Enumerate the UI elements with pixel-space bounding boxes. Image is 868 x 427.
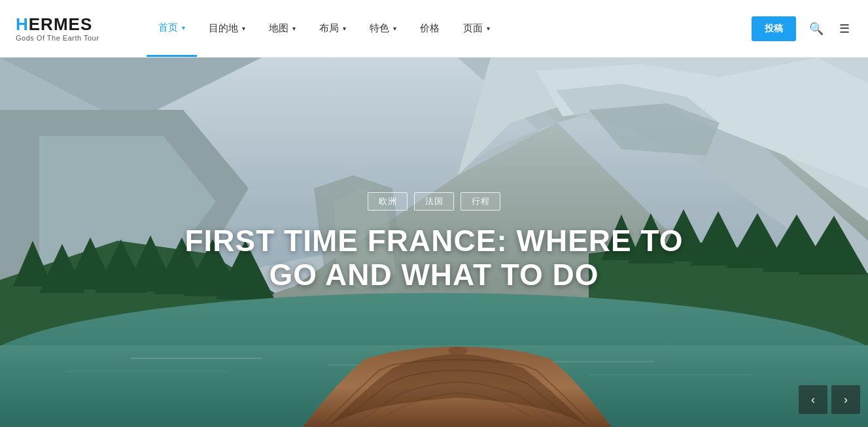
chevron-down-icon: ▾ bbox=[487, 25, 490, 32]
nav-item-price[interactable]: 价格 bbox=[408, 0, 451, 57]
search-button[interactable]: 🔍 bbox=[807, 19, 826, 39]
submit-button[interactable]: 投稿 bbox=[752, 16, 796, 41]
chevron-down-icon: ▾ bbox=[292, 25, 296, 32]
nav-item-pages[interactable]: 页面 ▾ bbox=[451, 0, 502, 57]
hero-title: FIRST TIME FRANCE: WHERE TO GO AND WHAT … bbox=[173, 224, 696, 293]
logo[interactable]: HERMES Gods Of The Earth Tour bbox=[16, 15, 147, 42]
header-actions: 投稿 🔍 ☰ bbox=[752, 16, 852, 41]
logo-rest: ERMES bbox=[29, 14, 92, 34]
chevron-left-icon: ‹ bbox=[811, 393, 815, 407]
hero-tags: 欧洲 法国 行程 bbox=[173, 192, 696, 211]
menu-button[interactable]: ☰ bbox=[837, 19, 852, 39]
nav-item-layout[interactable]: 布局 ▾ bbox=[307, 0, 358, 57]
chevron-down-icon: ▾ bbox=[343, 25, 346, 32]
hero-tag-france[interactable]: 法国 bbox=[414, 192, 454, 211]
chevron-down-icon: ▾ bbox=[242, 25, 245, 32]
chevron-right-icon: › bbox=[844, 393, 848, 407]
nav-item-home[interactable]: 首页 ▾ bbox=[147, 0, 197, 57]
hero-section: 欧洲 法国 行程 FIRST TIME FRANCE: WHERE TO GO … bbox=[0, 58, 868, 427]
svg-point-38 bbox=[448, 347, 468, 354]
logo-title: HERMES bbox=[16, 15, 147, 34]
main-nav: 首页 ▾ 目的地 ▾ 地图 ▾ 布局 ▾ 特色 ▾ 价格 页面 ▾ bbox=[147, 0, 752, 57]
header: HERMES Gods Of The Earth Tour 首页 ▾ 目的地 ▾… bbox=[0, 0, 868, 58]
hero-prev-button[interactable]: ‹ bbox=[799, 385, 827, 414]
chevron-down-icon: ▾ bbox=[182, 24, 185, 31]
hero-tag-itinerary[interactable]: 行程 bbox=[460, 192, 500, 211]
hero-tag-europe[interactable]: 欧洲 bbox=[368, 192, 408, 211]
logo-h: H bbox=[16, 14, 29, 34]
logo-subtitle: Gods Of The Earth Tour bbox=[16, 34, 147, 42]
search-icon: 🔍 bbox=[809, 22, 824, 35]
hamburger-icon: ☰ bbox=[839, 22, 850, 35]
hero-content: 欧洲 法国 行程 FIRST TIME FRANCE: WHERE TO GO … bbox=[173, 192, 696, 293]
nav-item-map[interactable]: 地图 ▾ bbox=[257, 0, 307, 57]
chevron-down-icon: ▾ bbox=[393, 25, 396, 32]
hero-next-button[interactable]: › bbox=[831, 385, 860, 414]
nav-item-features[interactable]: 特色 ▾ bbox=[358, 0, 408, 57]
nav-item-destinations[interactable]: 目的地 ▾ bbox=[197, 0, 257, 57]
